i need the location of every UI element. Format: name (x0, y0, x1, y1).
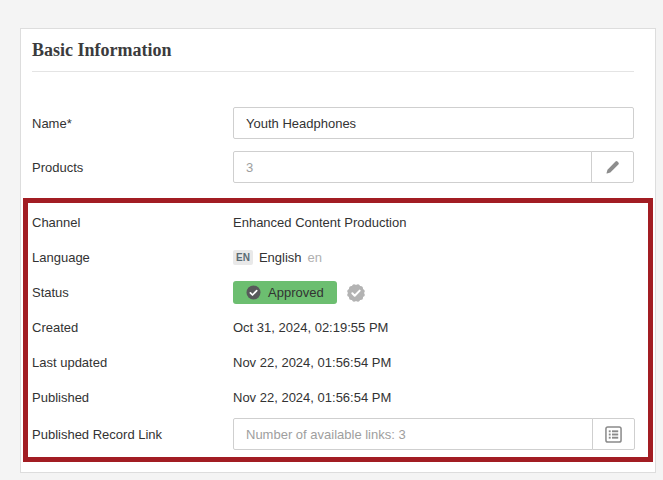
edit-products-button[interactable] (591, 151, 634, 183)
status-label: Status (32, 285, 233, 300)
products-label: Products (32, 160, 233, 175)
channel-label: Channel (32, 215, 233, 230)
language-value: EN English en (233, 250, 322, 265)
products-field-row: Products (21, 151, 655, 183)
products-input-group (233, 151, 634, 183)
products-input[interactable] (233, 151, 592, 183)
status-row: Status Approved (32, 275, 635, 310)
channel-value: Enhanced Content Production (233, 215, 406, 230)
published-value: Nov 22, 2024, 01:56:54 PM (233, 390, 391, 405)
published-record-link-input[interactable] (233, 418, 593, 450)
last-updated-value: Nov 22, 2024, 01:56:54 PM (233, 355, 391, 370)
name-label: Name* (32, 116, 233, 131)
status-badge-label: Approved (268, 285, 324, 300)
status-badge[interactable]: Approved (233, 281, 337, 304)
published-record-link-label: Published Record Link (32, 427, 233, 442)
published-row: Published Nov 22, 2024, 01:56:54 PM (32, 380, 635, 415)
check-circle-icon (246, 285, 261, 300)
created-value: Oct 31, 2024, 02:19:55 PM (233, 320, 388, 335)
published-record-link-row: Published Record Link (32, 418, 635, 450)
list-icon (605, 426, 622, 443)
language-code: en (308, 250, 322, 265)
language-name: English (259, 250, 302, 265)
pencil-icon (605, 160, 620, 175)
name-input[interactable] (233, 107, 634, 139)
seal-check-icon (345, 282, 367, 304)
card-title: Basic Information (32, 39, 634, 61)
language-label: Language (32, 250, 233, 265)
show-links-button[interactable] (592, 418, 635, 450)
last-updated-row: Last updated Nov 22, 2024, 01:56:54 PM (32, 345, 635, 380)
name-field-row: Name* (21, 107, 655, 139)
published-label: Published (32, 390, 233, 405)
title-divider (32, 71, 634, 72)
created-label: Created (32, 320, 233, 335)
language-row: Language EN English en (32, 240, 635, 275)
published-record-link-input-group (233, 418, 635, 450)
last-updated-label: Last updated (32, 355, 233, 370)
status-value: Approved (233, 281, 367, 304)
created-row: Created Oct 31, 2024, 02:19:55 PM (32, 310, 635, 345)
channel-row: Channel Enhanced Content Production (32, 205, 635, 240)
basic-information-card: Basic Information Name* Products Channel… (20, 28, 656, 473)
language-chip: EN (233, 250, 253, 265)
highlighted-section: Channel Enhanced Content Production Lang… (23, 198, 653, 462)
